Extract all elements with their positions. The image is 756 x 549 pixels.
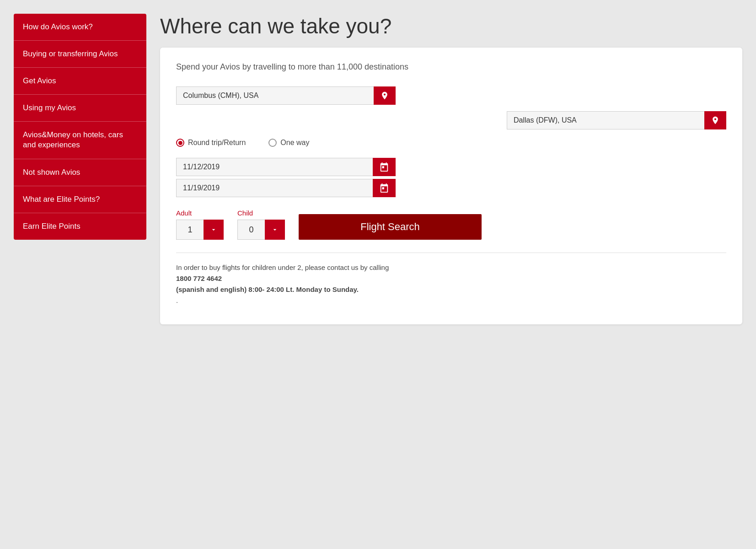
depart-calendar-button[interactable] bbox=[373, 158, 396, 176]
child-group: Child 0 bbox=[237, 209, 285, 240]
destination-input-wrap bbox=[507, 111, 726, 129]
round-trip-radio[interactable] bbox=[176, 139, 184, 147]
round-trip-label: Round trip/Return bbox=[188, 139, 246, 147]
origin-input[interactable] bbox=[176, 86, 374, 105]
one-way-option[interactable]: One way bbox=[268, 139, 309, 147]
return-date-input[interactable] bbox=[176, 179, 373, 197]
adult-dropdown-button[interactable] bbox=[204, 220, 224, 240]
round-trip-option[interactable]: Round trip/Return bbox=[176, 139, 246, 147]
dates-wrap bbox=[176, 158, 396, 197]
trip-type-row: Round trip/Return One way bbox=[176, 139, 726, 147]
destination-input[interactable] bbox=[507, 111, 704, 129]
sidebar-item-earn-elite[interactable]: Earn Elite Points bbox=[14, 213, 146, 240]
info-period: . bbox=[176, 296, 178, 304]
sidebar-item-using-avios[interactable]: Using my Avios bbox=[14, 95, 146, 122]
destination-row bbox=[176, 111, 726, 129]
card-subtitle: Spend your Avios by travelling to more t… bbox=[176, 61, 726, 73]
search-card: Spend your Avios by travelling to more t… bbox=[160, 48, 742, 324]
adult-label: Adult bbox=[176, 209, 224, 217]
main-content: Where can we take you? Spend your Avios … bbox=[160, 14, 742, 535]
return-date-wrap bbox=[176, 179, 396, 197]
child-value: 0 bbox=[237, 220, 265, 240]
one-way-label: One way bbox=[280, 139, 309, 147]
info-text: In order to buy flights for children und… bbox=[176, 264, 389, 271]
origin-row bbox=[176, 86, 726, 105]
sidebar-item-how-avios[interactable]: How do Avios work? bbox=[14, 14, 146, 41]
sidebar-item-what-elite[interactable]: What are Elite Points? bbox=[14, 186, 146, 213]
one-way-radio[interactable] bbox=[268, 139, 277, 147]
page-title: Where can we take you? bbox=[160, 14, 742, 38]
child-dropdown-button[interactable] bbox=[265, 220, 285, 240]
sidebar: How do Avios work?Buying or transferring… bbox=[14, 14, 146, 240]
info-section: In order to buy flights for children und… bbox=[176, 262, 726, 306]
sidebar-item-buying-avios[interactable]: Buying or transferring Avios bbox=[14, 41, 146, 68]
return-calendar-button[interactable] bbox=[373, 179, 396, 197]
destination-location-button[interactable] bbox=[704, 111, 726, 129]
adult-control: 1 bbox=[176, 220, 224, 240]
origin-input-wrap bbox=[176, 86, 396, 105]
divider bbox=[176, 253, 726, 253]
origin-location-button[interactable] bbox=[374, 86, 396, 105]
sidebar-item-not-shown-avios[interactable]: Not shown Avios bbox=[14, 159, 146, 186]
adult-value: 1 bbox=[176, 220, 204, 240]
adult-group: Adult 1 bbox=[176, 209, 224, 240]
child-control: 0 bbox=[237, 220, 285, 240]
child-label: Child bbox=[237, 209, 285, 217]
sidebar-item-get-avios[interactable]: Get Avios bbox=[14, 68, 146, 95]
depart-date-wrap bbox=[176, 158, 396, 176]
flight-search-button[interactable]: Flight Search bbox=[299, 214, 482, 240]
bottom-row: Adult 1 Child 0 bbox=[176, 209, 726, 240]
info-hours: (spanish and english) 8:00- 24:00 Lt. Mo… bbox=[176, 284, 726, 295]
info-phone: 1800 772 4642 bbox=[176, 273, 726, 284]
depart-date-input[interactable] bbox=[176, 158, 373, 176]
sidebar-item-avios-money[interactable]: Avios&Money on hotels, cars and experien… bbox=[14, 122, 146, 159]
